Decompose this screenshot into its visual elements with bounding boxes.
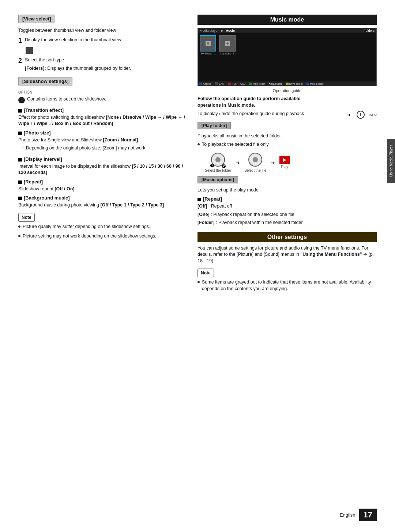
note-label: Note (18, 213, 35, 222)
ms-drive-select: Drive select (286, 82, 303, 85)
sidebar-tab: Using Media Player (387, 139, 395, 183)
page-number: 17 (359, 509, 377, 521)
note-text2: Picture setting may not work depending o… (23, 233, 157, 240)
note-item2: Picture setting may not work depending o… (18, 233, 187, 242)
ms-exit: ⬛ EXIT (215, 82, 225, 85)
display-square (18, 158, 22, 162)
play-steps: 1 2 Select the folder ➔ Select the file … (205, 153, 377, 172)
view-select-header: [View select] (18, 15, 55, 23)
play-folder-header: [Play folder] (198, 122, 231, 129)
ms-return: ◀ RETURN (268, 82, 282, 85)
step-label-play: Play (279, 165, 290, 169)
repeat-bold: [Off / On] (54, 186, 74, 191)
num-badge-2: 2 (222, 164, 226, 168)
display-interval-text: Interval for each image to be displayed … (18, 163, 187, 176)
bg-music-bold: [Off / Type 1 / Type 2 / Type 3] (100, 202, 164, 208)
thumb1-wrapper: My Music_1 (200, 35, 216, 55)
step2-bold: [Folders]: (25, 66, 46, 71)
option-circle (18, 97, 25, 103)
slideshow-header-wrapper: [Slideshow settings] (18, 77, 187, 88)
repeat-square-left (18, 180, 22, 184)
other-settings-bold: "Using the Menu Functions" (300, 252, 362, 257)
playback-bullet: To playback the selected file only (198, 141, 377, 150)
english-label: English (340, 512, 356, 518)
left-column: [View select] Toggles between thumbnail … (18, 15, 187, 295)
step2-extra: Displays the thumbnail grouped by folder… (46, 66, 131, 71)
photo-size-bold: [Zoom / Normal] (103, 137, 138, 142)
btn-red (228, 83, 231, 85)
music-mode-header: Music mode (198, 15, 377, 25)
g-icon (26, 47, 33, 54)
step2-row: 2 Select the sort type [Folders]: Displa… (18, 57, 187, 73)
ms-topbar-left: Media player ▶ Music (200, 29, 235, 33)
repeat-text: Slideshow repeat [Off / On] (18, 186, 187, 193)
thumb2 (219, 35, 236, 52)
info-icon: i (357, 111, 365, 119)
playback-bullet-dot (198, 143, 200, 145)
photo-size-note-text: Depending on the original photo size, [Z… (26, 145, 147, 152)
other-note-label: Note (198, 269, 214, 277)
note-item1: Picture quality may suffer depending on … (18, 224, 187, 232)
thumb2-label: My Music_2 (219, 52, 236, 55)
ms-usb: USB (240, 82, 245, 85)
transition-text: Effect for photo switching during slides… (18, 114, 187, 127)
btn-green (249, 83, 252, 85)
svg-point-1 (207, 42, 209, 45)
nav-dpad1: 1 2 (211, 153, 225, 167)
num-badge-1: 1 (210, 164, 214, 167)
follow-guide-text: Follow the operation guide to perform av… (198, 96, 377, 109)
photo-size-text: Photo size for Single view and Slideshow… (18, 137, 187, 144)
display-interval-title: [Display interval] (18, 156, 187, 162)
sidebar-tab-text: Using Media Player (389, 145, 393, 177)
ms-topbar-right: Folders (364, 29, 375, 33)
slideshow-header: [Slideshow settings] (18, 77, 72, 86)
page-container: Using Media Player [View select] Toggles… (0, 0, 395, 532)
ms-media-player: Media player (200, 29, 219, 33)
playback-text: To playback the selected file only (202, 141, 269, 148)
note-text1: Picture quality may suffer depending on … (23, 224, 150, 230)
photo-size-title: [Photo size] (18, 130, 187, 136)
thumb1-label: My Music_1 (200, 52, 216, 55)
op-guide-label: Operation guide (198, 88, 377, 93)
bg-music-title: [Background music] (18, 195, 187, 201)
repeat-title-right: [Repeat] (198, 196, 377, 202)
option-label: OPTION (18, 90, 187, 95)
other-note-text: Some items are grayed out to indicate th… (202, 279, 377, 292)
photo-square (18, 132, 22, 135)
thumb1 (200, 35, 216, 52)
nav-dpad2 (248, 153, 262, 167)
other-settings-text: You can adjust some settings for picture… (198, 245, 377, 265)
play-folder-header-wrapper: [Play folder] (198, 122, 377, 131)
ms-thumbnail-area: My Music_1 My Music_2 (198, 33, 376, 57)
display-hide-text: To display / hide the operation guide du… (198, 111, 342, 117)
step2-text: Select the sort type (25, 57, 131, 64)
thumb2-wrapper: My Music_2 (219, 35, 236, 55)
step-label-folder: Select the folder (205, 168, 231, 172)
step-play: Play (279, 156, 290, 169)
photo-size-note: – Depending on the original photo size, … (22, 145, 187, 153)
view-select-header-wrapper: [View select] (18, 15, 187, 25)
ms-tv6: TV6 (228, 82, 237, 85)
step-arrow1: ➔ (234, 160, 241, 166)
transition-title: [Transition effect] (18, 107, 187, 113)
step-select-file: Select the file (244, 153, 266, 172)
step-select-folder: 1 2 Select the folder (205, 153, 231, 172)
svg-marker-4 (283, 158, 286, 162)
btn-yellow (286, 83, 289, 85)
step-label-file: Select the file (244, 168, 266, 172)
right-column: Music mode Media player ▶ Music Folders (198, 15, 377, 295)
transition-square (18, 109, 22, 113)
ms-access: Access (199, 82, 211, 85)
display-hide-row: To display / hide the operation guide du… (198, 111, 377, 119)
bg-music-square (18, 197, 22, 200)
view-select-desc: Toggles between thumbnail view and folde… (18, 27, 187, 34)
dpad-inner1 (215, 157, 221, 162)
other-settings-header-wrapper: Other settings (198, 232, 377, 242)
step1-text: Display the view selection in the thumbn… (25, 37, 121, 43)
ms-music-label: Music (226, 29, 235, 33)
btn-blue (199, 83, 202, 85)
play-folder-desc: Playbacks all music in the selected fold… (198, 133, 377, 140)
other-note-item: Some items are grayed out to indicate th… (198, 279, 377, 294)
step1-row: 1 Display the view selection in the thum… (18, 37, 187, 45)
note-bullet1 (18, 225, 20, 228)
